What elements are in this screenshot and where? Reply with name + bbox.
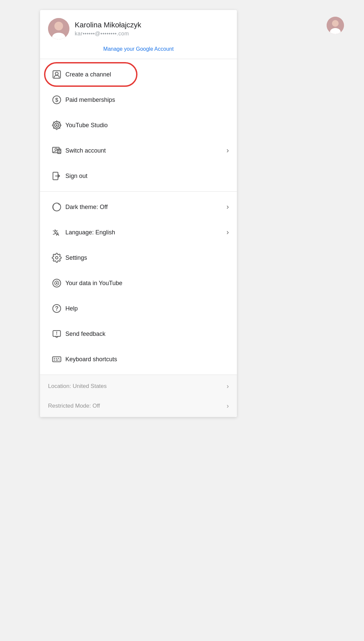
sign-out-icon — [48, 167, 65, 185]
settings-label: Settings — [65, 254, 229, 261]
menu-item-keyboard-shortcuts[interactable]: Keyboard shortcuts — [40, 347, 237, 372]
location-chevron: › — [227, 382, 229, 390]
top-right-avatar[interactable] — [327, 17, 344, 34]
svg-point-4 — [54, 22, 63, 30]
profile-name: Karolina Mikołajczyk — [75, 21, 141, 29]
svg-rect-30 — [54, 360, 55, 361]
menu-section-2: Dark theme: Off › 文 A Language: English … — [40, 192, 237, 375]
paid-memberships-icon: $ — [48, 91, 65, 109]
help-label: Help — [65, 305, 229, 312]
your-data-label: Your data in YouTube — [65, 280, 229, 287]
settings-icon — [48, 249, 65, 266]
svg-rect-27 — [54, 358, 55, 359]
menu-item-dark-theme[interactable]: Dark theme: Off › — [40, 194, 237, 220]
menu-item-send-feedback[interactable]: ! Send feedback — [40, 321, 237, 347]
svg-text:?: ? — [55, 305, 59, 312]
send-feedback-icon: ! — [48, 325, 65, 343]
svg-point-1 — [332, 20, 339, 27]
footer-item-location[interactable]: Location: United States › — [40, 376, 237, 396]
profile-info: Karolina Mikołajczyk kar••••••@••••••••.… — [75, 21, 141, 37]
dark-theme-icon — [48, 198, 65, 216]
menu-item-switch-account[interactable]: Switch account › — [40, 138, 237, 163]
location-label: Location: United States — [48, 383, 227, 390]
svg-rect-32 — [59, 360, 60, 361]
profile-email: kar••••••@••••••••.com — [75, 31, 141, 37]
send-feedback-label: Send feedback — [65, 331, 229, 338]
menu-item-language[interactable]: 文 A Language: English › — [40, 220, 237, 245]
youtube-studio-label: YouTube Studio — [65, 122, 229, 129]
footer-section: Location: United States › Restricted Mod… — [40, 375, 237, 417]
svg-text:A: A — [56, 232, 59, 237]
menu-item-paid-memberships[interactable]: $ Paid memberships — [40, 87, 237, 113]
menu-item-youtube-studio[interactable]: YouTube Studio — [40, 113, 237, 138]
paid-memberships-label: Paid memberships — [65, 96, 229, 103]
profile-section: Karolina Mikołajczyk kar••••••@••••••••.… — [40, 10, 237, 59]
switch-account-icon — [48, 142, 65, 159]
sign-out-label: Sign out — [65, 173, 229, 180]
page-wrapper: Karolina Mikołajczyk kar••••••@••••••••.… — [0, 7, 364, 641]
language-icon: 文 A — [48, 224, 65, 241]
menu-item-your-data[interactable]: Your data in YouTube — [40, 270, 237, 296]
create-channel-label: Create a channel — [65, 71, 229, 78]
profile-avatar — [48, 18, 69, 39]
your-data-icon — [48, 274, 65, 292]
keyboard-shortcuts-label: Keyboard shortcuts — [65, 356, 229, 363]
svg-rect-29 — [58, 358, 59, 359]
restricted-mode-chevron: › — [227, 402, 229, 410]
svg-text:!: ! — [56, 331, 58, 336]
svg-text:$: $ — [55, 97, 58, 103]
menu-item-settings[interactable]: Settings — [40, 245, 237, 270]
switch-account-label: Switch account — [65, 147, 227, 154]
svg-point-11 — [55, 148, 57, 150]
svg-rect-31 — [56, 360, 58, 361]
create-channel-icon — [48, 66, 65, 83]
manage-account-link[interactable]: Manage your Google Account — [48, 43, 229, 53]
youtube-studio-icon — [48, 117, 65, 134]
svg-rect-28 — [56, 358, 57, 359]
dark-theme-label: Dark theme: Off — [65, 204, 227, 211]
menu-item-help[interactable]: ? Help — [40, 296, 237, 321]
svg-point-18 — [55, 256, 58, 259]
profile-top: Karolina Mikołajczyk kar••••••@••••••••.… — [48, 18, 229, 39]
language-chevron: › — [227, 228, 229, 237]
keyboard-shortcuts-icon — [48, 351, 65, 368]
menu-section-1: Create a channel $ Paid memberships — [40, 59, 237, 192]
restricted-mode-label: Restricted Mode: Off — [48, 403, 227, 409]
svg-point-21 — [56, 282, 58, 284]
menu-panel: Karolina Mikołajczyk kar••••••@••••••••.… — [40, 10, 237, 417]
help-icon: ? — [48, 300, 65, 317]
language-label: Language: English — [65, 229, 227, 236]
switch-account-chevron: › — [227, 146, 229, 155]
footer-item-restricted-mode[interactable]: Restricted Mode: Off › — [40, 396, 237, 416]
svg-rect-26 — [53, 357, 61, 362]
svg-point-7 — [55, 72, 58, 75]
menu-item-create-channel[interactable]: Create a channel — [40, 62, 237, 87]
menu-item-sign-out[interactable]: Sign out — [40, 163, 237, 189]
dark-theme-chevron: › — [227, 203, 229, 211]
